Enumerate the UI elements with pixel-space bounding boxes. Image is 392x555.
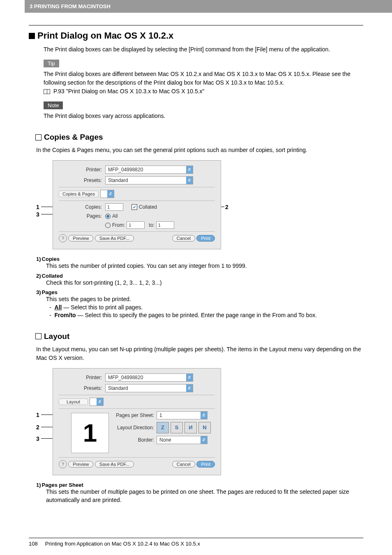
presets-select[interactable]: Standard ⇵: [105, 384, 193, 392]
panel-select-copies[interactable]: Copies & Pages: [59, 191, 99, 197]
callout-2: 2: [225, 204, 228, 210]
callout-3: 3: [36, 211, 39, 218]
to-input[interactable]: 1: [156, 221, 174, 229]
presets-label: Presets:: [59, 177, 102, 183]
checkbox-bullet-icon: [35, 134, 42, 140]
chevron-updown-icon: ⇵: [186, 374, 193, 381]
tip-label: Tip: [44, 60, 59, 67]
chevron-updown-icon: ⇵: [186, 385, 193, 392]
panel-dropdown[interactable]: ⇵: [100, 190, 114, 198]
pages-label: Pages:: [59, 213, 102, 219]
border-select[interactable]: None ⇵: [157, 436, 208, 444]
tip-ref-text: P.93 "Print Dialog on Mac OS X 10.3.x to…: [53, 88, 205, 94]
from-label: From:: [112, 222, 125, 228]
pages-all-label: All: [112, 213, 118, 219]
printer-select[interactable]: MFP_04998820 ⇵: [105, 166, 193, 174]
note-label: Note: [44, 101, 63, 109]
chevron-updown-icon: ⇵: [107, 190, 114, 198]
figure-layout: 1 2 3 Printer: MFP_04998820 ⇵ Preset: [36, 368, 363, 475]
subsection-row: Copies & Pages: [35, 133, 363, 142]
printer-value: MFP_04998820: [108, 167, 143, 173]
subsection-row-layout: Layout: [35, 332, 363, 341]
copies-input[interactable]: 1: [105, 203, 123, 211]
cancel-button[interactable]: Cancel: [172, 461, 195, 467]
save-pdf-button[interactable]: Save As PDF...: [95, 235, 134, 242]
subsection-title-layout: Layout: [44, 332, 69, 341]
pages-per-sheet-label: Pages per Sheet:: [113, 412, 154, 418]
tip-text: The Print dialog boxes are different bet…: [44, 70, 363, 87]
callout-l2: 2: [36, 424, 39, 431]
intro-paragraph: The Print dialog boxes can be displayed …: [44, 45, 363, 54]
cancel-button[interactable]: Cancel: [172, 235, 195, 242]
layout-direction-label: Layout Direction:: [113, 425, 154, 431]
print-button[interactable]: Print: [196, 235, 215, 242]
print-button[interactable]: Print: [196, 461, 215, 467]
copies-label: Copies:: [59, 204, 102, 210]
chapter-header: 3 PRINTING FROM MACINTOSH: [25, 0, 392, 13]
panel-select-layout[interactable]: Layout: [59, 398, 88, 405]
presets-select[interactable]: Standard ⇵: [105, 176, 193, 184]
subsection-title-copies: Copies & Pages: [44, 133, 103, 142]
subsection-intro-copies: In the Copies & Pages menu, you can set …: [36, 146, 363, 154]
collated-label: Collated: [139, 204, 157, 210]
pages-all-radio[interactable]: [105, 214, 111, 219]
preview-button[interactable]: Preview: [68, 461, 93, 467]
subsection-intro-layout: In the Layout menu, you can set N-up pri…: [36, 345, 363, 362]
note-text: The Print dialog boxes vary across appli…: [44, 112, 363, 120]
chevron-updown-icon: ⇵: [201, 412, 207, 419]
chapter-text: 3 PRINTING FROM MACINTOSH: [30, 3, 111, 9]
layout-dir-2[interactable]: S: [171, 422, 183, 433]
footer: 108 Printing from Application on Mac OS …: [29, 538, 363, 547]
panel-dropdown[interactable]: ⇵: [90, 398, 104, 406]
chevron-updown-icon: ⇵: [201, 436, 207, 444]
layout-dir-1[interactable]: Z: [157, 422, 169, 433]
layout-preview: 1: [71, 413, 109, 453]
help-button[interactable]: ?: [59, 460, 67, 468]
to-label: to:: [149, 222, 154, 228]
print-dialog-layout: Printer: MFP_04998820 ⇵ Presets: Standar…: [53, 368, 221, 475]
square-bullet-icon: [29, 33, 35, 39]
preview-button[interactable]: Preview: [68, 235, 93, 242]
layout-preview-digit: 1: [83, 418, 97, 447]
chevron-updown-icon: ⇵: [97, 398, 103, 405]
section-title: Print Dialog on Mac OS X 10.2.x: [37, 30, 173, 41]
section-title-row: Print Dialog on Mac OS X 10.2.x: [29, 30, 363, 41]
definitions-copies: 1)Copies This sets the number of printed…: [36, 256, 363, 320]
printer-label: Printer:: [59, 167, 102, 173]
pages-from-radio[interactable]: [105, 223, 111, 228]
presets-value: Standard: [108, 177, 128, 183]
from-input[interactable]: 1: [127, 221, 145, 229]
layout-dir-4[interactable]: N: [198, 422, 211, 433]
print-dialog-copies: Printer: MFP_04998820 ⇵ Presets: Standar…: [53, 160, 221, 249]
help-button[interactable]: ?: [59, 234, 67, 242]
pages-per-sheet-select[interactable]: 1 ⇵: [157, 411, 208, 419]
page-number: 108: [29, 541, 38, 547]
border-label: Border:: [113, 437, 154, 443]
printer-label: Printer:: [59, 375, 102, 380]
definitions-layout: 1)Pages per Sheet This sets the number o…: [36, 482, 363, 504]
tip-ref-row: P.93 "Print Dialog on Mac OS X 10.3.x to…: [44, 87, 363, 96]
callout-1: 1: [36, 204, 39, 210]
callout-l1: 1: [36, 412, 39, 418]
save-pdf-button[interactable]: Save As PDF...: [95, 461, 134, 467]
presets-label: Presets:: [59, 385, 102, 391]
callout-l3: 3: [36, 435, 39, 442]
collated-checkbox[interactable]: ✔: [131, 204, 137, 210]
figure-copies-pages: 1 2 3 Printer: MFP_04998820 ⇵ Preset: [36, 160, 363, 249]
book-icon: [44, 89, 50, 94]
footer-text: Printing from Application on Mac OS X 10…: [45, 541, 200, 547]
divider: [29, 25, 363, 25]
checkbox-bullet-icon: [35, 333, 42, 339]
chevron-updown-icon: ⇵: [186, 166, 193, 173]
layout-dir-3[interactable]: И: [184, 422, 197, 433]
chevron-updown-icon: ⇵: [186, 177, 193, 184]
printer-select[interactable]: MFP_04998820 ⇵: [105, 373, 193, 382]
